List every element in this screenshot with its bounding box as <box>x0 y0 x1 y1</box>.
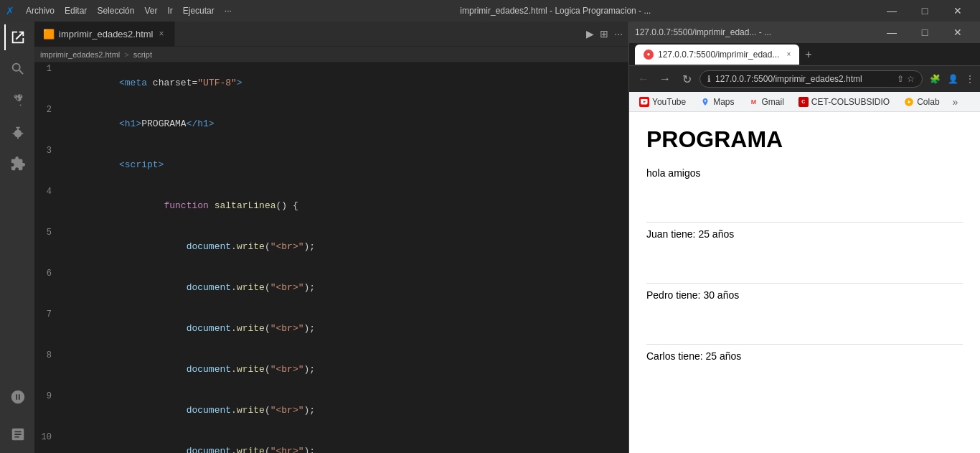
editor-split-icon[interactable]: ⊞ <box>600 28 608 39</box>
activity-git[interactable] <box>4 88 30 113</box>
titlebar-menus: Archivo Editar Selección Ver Ir Ejecutar… <box>22 4 236 17</box>
back-button[interactable]: ← <box>635 73 652 85</box>
activity-extensions[interactable] <box>4 151 30 177</box>
tab-bar: 🟧 imprimir_edades2.html × ▶ ⊞ ··· <box>34 22 628 47</box>
activity-debug[interactable] <box>4 119 30 145</box>
browser-titlebar-text: 127.0.0.7:5500/imprimir_edad... - ... <box>635 27 870 37</box>
window-title: imprimir_edades2.html - Logica Programac… <box>242 6 870 16</box>
browser-minimize[interactable]: — <box>875 22 908 43</box>
window-controls: — □ ✕ <box>875 0 974 22</box>
browser-panel: 127.0.0.7:5500/imprimir_edad... - ... — … <box>628 22 980 453</box>
menu-ir[interactable]: Ir <box>163 4 176 17</box>
activity-python[interactable] <box>4 384 30 410</box>
maximize-button[interactable]: □ <box>908 0 941 22</box>
code-line-3: 3 <script> <box>34 144 628 185</box>
browser-close[interactable]: ✕ <box>941 22 974 43</box>
security-icon: ℹ <box>707 74 711 84</box>
bookmark-colab[interactable]: Colab <box>900 95 943 108</box>
bookmark-youtube-label: YouTube <box>652 97 686 107</box>
menu-ver[interactable]: Ver <box>140 4 161 17</box>
code-line-4: 4 function saltarLinea() { <box>34 185 628 226</box>
minimize-button[interactable]: — <box>875 0 908 22</box>
titlebar: ✗ Archivo Editar Selección Ver Ir Ejecut… <box>0 0 980 22</box>
bookmark-youtube[interactable]: YouTube <box>635 95 690 108</box>
bookmark-maps[interactable]: Maps <box>696 95 738 108</box>
url-text: 127.0.0.7:5500/imprimir_edades2.html <box>715 74 892 84</box>
bookmark-colab-label: Colab <box>917 97 939 107</box>
breadcrumb-sep1: > <box>124 50 128 59</box>
page-line-hola: hola amigos <box>646 167 963 223</box>
code-line-7: 7 document.write("<br>"); <box>34 308 628 349</box>
page-line-carlos: Carlos tiene: 25 años <box>646 350 963 405</box>
browser-tab-close[interactable]: × <box>786 50 791 58</box>
bookmark-maps-label: Maps <box>713 97 734 107</box>
code-line-8: 8 document.write("<br>"); <box>34 349 628 390</box>
editor-run-icon[interactable]: ▶ <box>586 28 594 39</box>
tab-close-button[interactable]: × <box>158 27 166 40</box>
page-heading: PROGRAMA <box>646 126 963 153</box>
cet-favicon: C <box>798 97 809 107</box>
menu-icon[interactable]: ⋮ <box>966 74 974 84</box>
browser-maximize[interactable]: □ <box>908 22 941 43</box>
code-line-1: 1 <meta charset="UTF-8"> <box>34 62 628 103</box>
browser-window-controls: — □ ✕ <box>875 22 974 43</box>
bookmark-star-icon[interactable]: ☆ <box>907 74 915 84</box>
bookmark-gmail-label: Gmail <box>762 97 784 107</box>
browser-tab-favicon: ● <box>644 50 654 60</box>
main-container: 🟧 imprimir_edades2.html × ▶ ⊞ ··· imprim… <box>0 22 980 453</box>
activity-bar <box>0 22 34 453</box>
line-content-1: <meta charset="UTF-8"> <box>63 62 628 103</box>
extensions-icon[interactable]: 🧩 <box>930 74 941 84</box>
bookmark-gmail[interactable]: M Gmail <box>745 95 788 108</box>
reload-button[interactable]: ↻ <box>678 73 695 86</box>
browser-tab-bar: ● 127.0.0.7:5500/imprimir_edad... × + <box>629 43 980 66</box>
menu-editar[interactable]: Editar <box>60 4 91 17</box>
vscode-icon: ✗ <box>6 5 14 17</box>
breadcrumb-script[interactable]: script <box>133 50 152 59</box>
menu-seleccion[interactable]: Selección <box>93 4 138 17</box>
browser-titlebar: 127.0.0.7:5500/imprimir_edad... - ... — … <box>629 22 980 43</box>
bookmarks-more-button[interactable]: » <box>953 96 958 108</box>
code-line-5: 5 document.write("<br>"); <box>34 226 628 267</box>
editor-area: 🟧 imprimir_edades2.html × ▶ ⊞ ··· imprim… <box>34 22 628 453</box>
tab-file-icon: 🟧 <box>43 29 55 39</box>
titlebar-left: ✗ Archivo Editar Selección Ver Ir Ejecut… <box>6 4 236 17</box>
youtube-favicon <box>639 97 649 107</box>
close-button[interactable]: ✕ <box>941 0 974 22</box>
menu-more[interactable]: ··· <box>220 4 236 17</box>
code-line-6: 6 document.write("<br>"); <box>34 267 628 308</box>
page-line-juan: Juan tiene: 25 años <box>646 228 963 284</box>
breadcrumb-file[interactable]: imprimir_edades2.html <box>40 50 120 59</box>
address-bar[interactable]: ℹ 127.0.0.7:5500/imprimir_edades2.html ⇧… <box>699 70 923 88</box>
editor-more-icon[interactable]: ··· <box>614 28 623 39</box>
gmail-favicon: M <box>749 97 759 107</box>
bookmark-cet-label: CET-COLSUBSIDIO <box>811 97 890 107</box>
bookmark-cet[interactable]: C CET-COLSUBSIDIO <box>794 95 894 108</box>
activity-remote[interactable] <box>4 421 30 447</box>
activity-explorer[interactable] <box>4 24 30 50</box>
menu-archivo[interactable]: Archivo <box>22 4 59 17</box>
code-line-2: 2 <h1>PROGRAMA</h1> <box>34 103 628 144</box>
address-icons: ⇧ ☆ <box>897 74 915 84</box>
maps-favicon <box>700 97 710 107</box>
browser-new-tab-button[interactable]: + <box>805 48 811 61</box>
profile-icon[interactable]: 👤 <box>948 74 958 84</box>
tab-label: imprimir_edades2.html <box>59 29 154 39</box>
browser-tab-label: 127.0.0.7:5500/imprimir_edad... <box>658 50 779 60</box>
line-number-1: 1 <box>34 62 63 103</box>
page-line-pedro: Pedro tiene: 30 años <box>646 289 963 345</box>
code-line-9: 9 document.write("<br>"); <box>34 390 628 431</box>
activity-search[interactable] <box>4 56 30 82</box>
share-icon[interactable]: ⇧ <box>897 74 904 84</box>
code-editor[interactable]: 1 <meta charset="UTF-8"> 2 <h1>PROGRAMA<… <box>34 62 628 453</box>
browser-active-tab[interactable]: ● 127.0.0.7:5500/imprimir_edad... × <box>635 45 799 65</box>
colab-favicon <box>904 97 914 107</box>
breadcrumb-bar: imprimir_edades2.html > script <box>34 47 628 62</box>
browser-content: PROGRAMA hola amigos Juan tiene: 25 años… <box>629 112 980 453</box>
forward-button[interactable]: → <box>656 73 674 85</box>
code-line-10: 10 document.write("<hr>"); <box>34 431 628 453</box>
menu-ejecutar[interactable]: Ejecutar <box>179 4 219 17</box>
bookmarks-bar: YouTube Maps M Gmail C CET-COLSUBSIDIO <box>629 92 980 112</box>
browser-nav-bar: ← → ↻ ℹ 127.0.0.7:5500/imprimir_edades2.… <box>629 66 980 92</box>
editor-tab[interactable]: 🟧 imprimir_edades2.html × <box>34 22 175 47</box>
